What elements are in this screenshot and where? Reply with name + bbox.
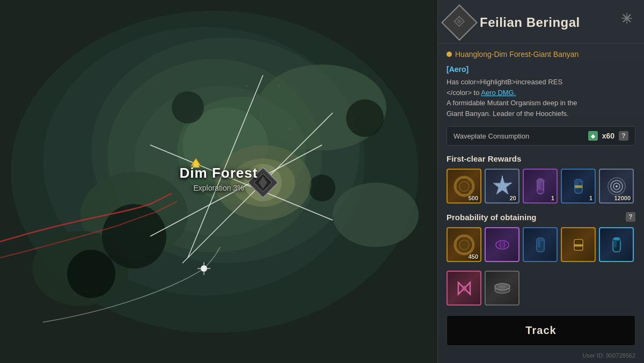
reward-count-4: 1	[589, 195, 592, 201]
svg-rect-62	[538, 181, 540, 190]
reward-box-3: 1	[523, 169, 558, 204]
element-tag: [Aero]	[447, 65, 635, 74]
prob-grid-2	[447, 271, 635, 306]
prob-box-5	[599, 227, 634, 262]
aero-link: Aero DMG.	[481, 89, 516, 97]
svg-point-72	[616, 185, 618, 187]
svg-point-36	[298, 105, 303, 110]
location-dot	[447, 52, 452, 57]
svg-point-34	[256, 95, 259, 98]
svg-point-27	[201, 265, 207, 272]
svg-rect-67	[574, 180, 583, 183]
location-row: Huanglong-Dim Forest-Giant Banyan	[447, 50, 635, 59]
reward-item: 20	[485, 169, 519, 204]
reward-count-3: 1	[551, 195, 554, 201]
reward-box-1: 500	[447, 169, 481, 204]
prob-item	[523, 227, 558, 262]
map-label: Dim Forest Exploration 3%	[180, 165, 258, 192]
svg-rect-79	[472, 244, 474, 246]
svg-point-14	[346, 99, 384, 137]
prob-item	[485, 271, 519, 306]
svg-point-15	[309, 175, 335, 201]
svg-point-11	[333, 183, 419, 247]
first-clear-rewards-grid: 500 20	[447, 169, 635, 204]
svg-rect-77	[463, 252, 465, 255]
svg-rect-88	[574, 244, 583, 246]
prob-item	[561, 227, 596, 262]
prob-box-7	[485, 271, 519, 306]
svg-point-75	[462, 242, 467, 248]
svg-rect-52	[454, 185, 457, 187]
prob-box-6	[447, 271, 481, 306]
prob-item: 450	[447, 227, 481, 262]
svg-rect-78	[454, 244, 457, 246]
location-text: Huanglong-Dim Forest-Giant Banyan	[455, 50, 579, 59]
svg-point-13	[67, 250, 115, 298]
svg-point-35	[278, 85, 280, 87]
user-id: User ID: 900728562	[438, 352, 644, 363]
panel-header: Feilian Beringal	[438, 0, 644, 43]
svg-point-64	[537, 190, 544, 193]
reward-item: 1	[523, 169, 558, 204]
svg-rect-85	[536, 239, 545, 241]
svg-point-99	[498, 285, 507, 288]
description-text: Has color=HighlightB>increased RES </col…	[447, 77, 635, 119]
prob-count-1: 450	[469, 253, 478, 260]
svg-rect-90	[614, 240, 617, 248]
close-button[interactable]	[618, 10, 635, 27]
reward-item: 12000	[599, 169, 634, 204]
svg-rect-68	[575, 185, 582, 188]
reward-count-1: 500	[469, 195, 478, 201]
svg-rect-51	[463, 194, 465, 197]
prob-help-icon[interactable]: ?	[626, 212, 635, 222]
waveplate-row: Waveplate Consumption ◆ x60 ?	[447, 126, 635, 146]
reward-item: 500	[447, 169, 481, 204]
boss-title: Feilian Beringal	[480, 15, 580, 30]
svg-rect-82	[500, 241, 504, 249]
map-title: Dim Forest	[180, 165, 258, 182]
prob-box-3	[523, 227, 558, 262]
svg-rect-63	[536, 180, 545, 182]
prob-item	[447, 271, 481, 306]
waveplate-gem-icon: ◆	[588, 131, 598, 141]
reward-count-5: 12000	[614, 195, 631, 201]
reward-box-4: 1	[561, 169, 596, 204]
waveplate-label: Waveplate Consumption	[453, 132, 584, 140]
prob-header: Probability of obtaining ?	[447, 212, 635, 222]
svg-rect-53	[472, 185, 474, 187]
prob-item	[485, 227, 519, 262]
first-clear-title: First-clear Rewards	[447, 154, 635, 163]
svg-point-49	[462, 184, 467, 189]
panel-body: Huanglong-Dim Forest-Giant Banyan [Aero]…	[438, 43, 644, 315]
waveplate-help-icon[interactable]: ?	[619, 131, 628, 141]
map-exploration: Exploration 3%	[180, 184, 258, 192]
track-button[interactable]: Track	[447, 315, 635, 346]
svg-point-37	[288, 127, 291, 130]
svg-point-92	[613, 238, 620, 240]
description-section: [Aero] Has color=HighlightB>increased RE…	[447, 65, 635, 119]
reward-box-5: 12000	[599, 169, 634, 204]
prob-grid: 450	[447, 227, 635, 262]
prob-box-1: 450	[447, 227, 481, 262]
svg-point-38	[246, 85, 248, 87]
svg-point-16	[172, 91, 204, 124]
prob-title: Probability of obtaining	[447, 213, 537, 222]
panel-section: Feilian Beringal Huanglong-Dim Forest-Gi…	[437, 0, 644, 363]
reward-item: 1	[561, 169, 596, 204]
boss-icon	[441, 4, 478, 41]
waveplate-count: x60	[602, 132, 614, 140]
svg-rect-84	[538, 240, 540, 248]
prob-box-4	[561, 227, 596, 262]
prob-item	[599, 227, 634, 262]
reward-count-2: 20	[510, 195, 516, 201]
svg-rect-76	[463, 235, 465, 237]
map-section: Dim Forest Exploration 3%	[0, 0, 437, 363]
svg-rect-50	[463, 176, 465, 179]
reward-box-2: 20	[485, 169, 519, 204]
prob-box-2	[485, 227, 519, 262]
